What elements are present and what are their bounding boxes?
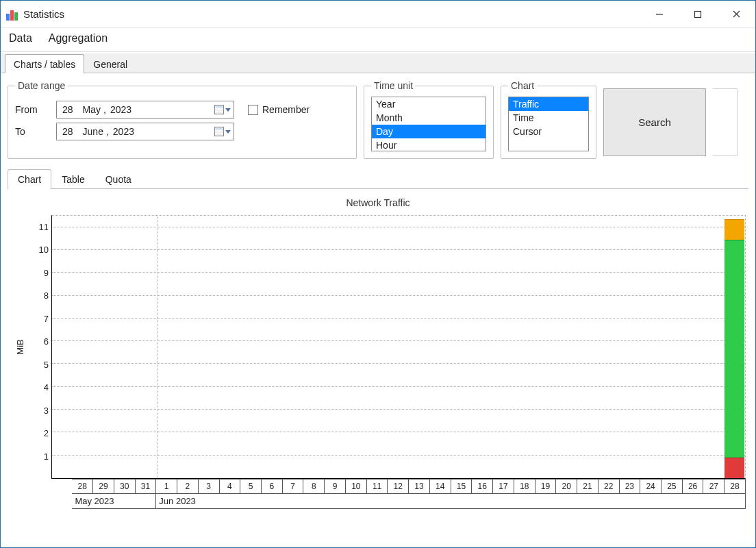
time-unit-group: Time unit YearMonthDayHour — [364, 80, 494, 159]
xaxis-day: 29 — [93, 479, 114, 494]
chart-ylabel: MiB — [14, 339, 25, 354]
xaxis-day: 24 — [640, 479, 662, 494]
xaxis-day: 27 — [703, 479, 724, 494]
xaxis-day: 12 — [388, 479, 409, 494]
xaxis-day: 25 — [662, 479, 683, 494]
remember-checkbox[interactable]: Remember — [248, 104, 310, 115]
list-item[interactable]: Cursor — [509, 125, 588, 138]
xaxis-day: 2 — [177, 479, 199, 494]
checkbox-icon — [248, 105, 258, 115]
chart-title: Network Traffic — [10, 197, 746, 208]
calendar-icon — [214, 105, 224, 114]
xaxis-month: Jun 2023 — [156, 494, 746, 509]
time-unit-listbox[interactable]: YearMonthDayHour — [371, 97, 486, 151]
window-title: Statistics — [23, 8, 64, 20]
chart-area: Network Traffic MiB 1234567891011 282930… — [8, 189, 748, 513]
date-range-legend: Date range — [15, 80, 68, 91]
tab-charts-tables[interactable]: Charts / tables — [5, 54, 84, 73]
xaxis-day: 14 — [430, 479, 451, 494]
xaxis-day: 28 — [724, 479, 746, 494]
main-tabstrip: Charts / tables General — [1, 53, 755, 73]
menu-data[interactable]: Data — [9, 32, 32, 45]
xaxis-day: 20 — [556, 479, 577, 494]
xaxis-day: 1 — [156, 479, 177, 494]
chart-type-listbox[interactable]: TrafficTimeCursor — [508, 97, 589, 151]
date-range-group: Date range From 28 May , 2023 Remember T… — [8, 80, 357, 159]
extra-button[interactable] — [713, 88, 738, 156]
controls-row: Date range From 28 May , 2023 Remember T… — [1, 73, 755, 162]
xaxis-day: 6 — [262, 479, 283, 494]
tab-general[interactable]: General — [84, 54, 136, 73]
to-date-input[interactable]: 28 June , 2023 — [56, 123, 234, 140]
xaxis-day: 10 — [346, 479, 367, 494]
subtab-quota[interactable]: Quota — [95, 169, 142, 189]
search-button[interactable]: Search — [603, 88, 706, 156]
chart-yticks: 1234567891011 — [29, 215, 51, 479]
xaxis-day: 7 — [283, 479, 304, 494]
xaxis-day: 31 — [136, 479, 157, 494]
subtab-chart[interactable]: Chart — [8, 169, 51, 189]
xaxis-day: 4 — [220, 479, 241, 494]
chart-type-group: Chart TrafficTimeCursor — [501, 80, 596, 159]
app-icon — [6, 8, 18, 21]
from-date-input[interactable]: 28 May , 2023 — [56, 101, 234, 119]
time-unit-legend: Time unit — [371, 80, 416, 91]
to-label: To — [15, 126, 56, 137]
xaxis-day: 16 — [472, 479, 493, 494]
xaxis-day: 21 — [577, 479, 598, 494]
xaxis-day: 26 — [683, 479, 704, 494]
xaxis-day: 3 — [199, 479, 220, 494]
xaxis-day: 15 — [451, 479, 473, 494]
minimize-button[interactable] — [640, 1, 679, 27]
chart-grid — [51, 215, 746, 479]
sub-tabstrip: Chart Table Quota — [8, 169, 748, 189]
xaxis-day: 28 — [72, 479, 93, 494]
list-item[interactable]: Time — [509, 111, 588, 125]
xaxis-day: 18 — [514, 479, 536, 494]
xaxis-day: 8 — [303, 479, 325, 494]
close-button[interactable] — [717, 1, 755, 27]
chevron-down-icon — [225, 130, 231, 134]
window-controls — [640, 1, 755, 27]
xaxis-day: 13 — [409, 479, 430, 494]
menubar: Data Aggregation — [1, 28, 755, 52]
list-item[interactable]: Hour — [372, 138, 486, 151]
subtab-table[interactable]: Table — [51, 169, 94, 189]
menu-aggregation[interactable]: Aggregation — [49, 32, 108, 45]
chart-bar — [724, 219, 744, 478]
xaxis-day: 19 — [536, 479, 557, 494]
titlebar: Statistics — [1, 1, 755, 28]
maximize-button[interactable] — [679, 1, 717, 27]
xaxis-month: May 2023 — [72, 494, 156, 509]
chart-xaxis: 2829303112345678910111213141516171819202… — [51, 479, 746, 510]
list-item[interactable]: Day — [372, 125, 486, 138]
xaxis-day: 9 — [325, 479, 346, 494]
from-date-dropdown[interactable] — [214, 105, 231, 114]
xaxis-day: 5 — [240, 479, 262, 494]
list-item[interactable]: Month — [372, 111, 486, 125]
list-item[interactable]: Traffic — [509, 97, 588, 111]
xaxis-day: 17 — [493, 479, 514, 494]
list-item[interactable]: Year — [372, 97, 486, 111]
chevron-down-icon — [225, 108, 231, 112]
xaxis-day: 23 — [620, 479, 641, 494]
to-date-dropdown[interactable] — [214, 127, 231, 136]
xaxis-day: 22 — [598, 479, 620, 494]
svg-rect-1 — [695, 11, 701, 17]
from-label: From — [15, 104, 56, 115]
xaxis-day: 30 — [114, 479, 136, 494]
xaxis-day: 11 — [367, 479, 388, 494]
calendar-icon — [214, 127, 224, 136]
chart-type-legend: Chart — [508, 80, 537, 91]
